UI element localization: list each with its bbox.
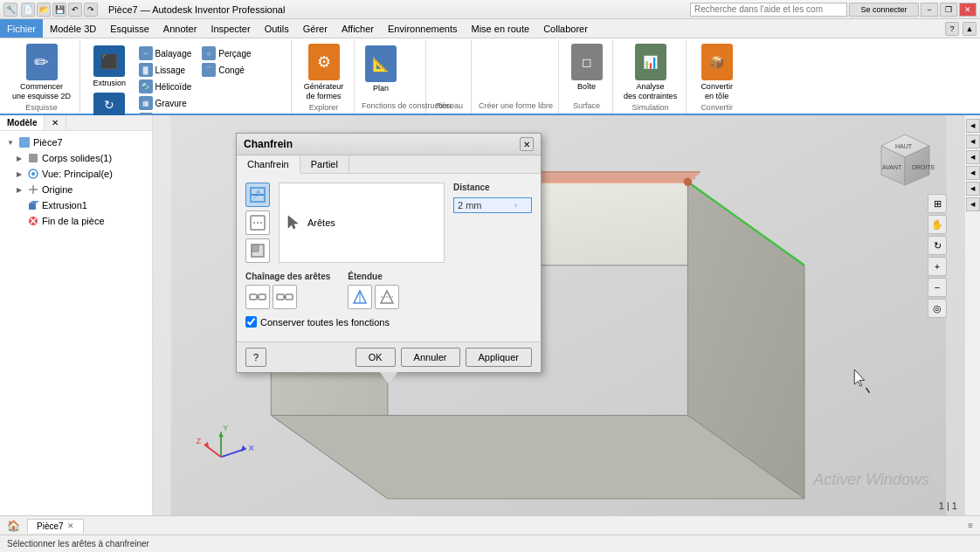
dialog-body: Arêtes Distance › [237,174,541,342]
search-input[interactable] [690,3,847,17]
sidebar-tab-close[interactable]: ✕ [45,115,66,130]
tree-expand-origine[interactable]: ▶ [14,184,24,195]
tree-expand-piece7[interactable]: ▼ [5,137,16,148]
generateur-label: Générateurde formes [304,82,344,101]
pan-btn[interactable]: ✋ [928,215,947,234]
menu-inspecter[interactable]: Inspecter [204,19,257,38]
tree-expand-vue[interactable]: ▶ [14,169,24,179]
sel-btn-faces[interactable] [245,238,270,263]
ribbon-btn-extrusion[interactable]: ⬛ Extrusion [90,44,130,89]
ribbon-btn-generateur[interactable]: ⚙ Générateurde formes [300,42,348,103]
apply-btn[interactable]: Appliquer [466,348,532,367]
dialog-title: Chanfrein [244,138,293,150]
chain-btn-2[interactable] [273,285,297,309]
ribbon-btn-analyse[interactable]: 📊 Analysedes contraintes [620,42,680,103]
tree-expand-extrusion[interactable] [14,200,24,210]
panel-btn-1[interactable]: ◀ [966,119,980,133]
sidebar-tab-modele[interactable]: Modèle [0,115,45,130]
sel-btn-aretes-active[interactable] [245,183,270,207]
ribbon-btn-commencer-esquisse[interactable]: ✏ Commencerune esquisse 2D [9,42,74,103]
boite-icon: ◻ [571,44,603,80]
menu-esquisse[interactable]: Esquisse [103,19,156,38]
ribbon-btn-percage[interactable]: ○Perçage [198,45,254,61]
extent-icon-1 [350,287,369,307]
ribbon-btn-boite[interactable]: ◻ Boîte [568,42,606,93]
viewport[interactable]: X Y Z [153,115,964,515]
dialog-action-buttons: OK Annuler Appliquer [355,348,532,367]
tree-item-piece7[interactable]: ▼ Pièce7 [3,135,148,150]
panel-btn-2[interactable]: ◀ [966,135,980,148]
menu-miseroute[interactable]: Mise en route [464,19,536,38]
panel-btn-3[interactable]: ◀ [966,150,980,164]
menu-gerer[interactable]: Gérer [296,19,335,38]
tree-expand-fin[interactable] [14,216,24,226]
restore-btn[interactable]: ❐ [940,3,957,17]
rotate-btn[interactable]: ↻ [928,236,947,255]
panel-btn-6[interactable]: ◀ [966,197,980,211]
new-file-btn[interactable]: 📄 [21,3,35,17]
view-cube[interactable]: HAUT AVANT DROITE [868,124,942,190]
zoom-out-btn[interactable]: − [928,278,947,297]
tree-item-fin-piece[interactable]: Fin de la pièce [3,213,148,229]
menu-outils[interactable]: Outils [258,19,296,38]
zoom-all-btn[interactable]: ⊞ [928,194,947,213]
aretes-selector[interactable]: Arêtes [285,214,335,231]
ext-btn-1[interactable] [348,285,372,309]
close-btn[interactable]: ✕ [959,3,977,17]
sel-btn-boucle[interactable] [245,210,270,235]
menu-collaborer[interactable]: Collaborer [536,19,595,38]
dialog-close-btn[interactable]: ✕ [520,137,534,151]
tree-item-corps-solides[interactable]: ▶ Corps solides(1) [3,150,148,166]
menu-afficher[interactable]: Afficher [335,19,381,38]
conserver-checkbox[interactable] [245,316,257,328]
expand-ribbon-btn[interactable]: ▲ [963,22,977,36]
look-at-btn[interactable]: ◎ [928,299,947,318]
zoom-in-btn[interactable]: + [928,257,947,276]
save-btn[interactable]: 💾 [52,3,66,17]
chain-btn-1[interactable] [245,285,270,309]
ribbon-btn-balayage[interactable]: ~Balayage [135,45,196,61]
dialog-tab-partiel[interactable]: Partiel [300,155,349,173]
tree-item-origine[interactable]: ▶ Origine [3,182,148,197]
boucle-icon [249,214,266,231]
menu-fichier[interactable]: Fichier [0,19,43,38]
panel-toggle[interactable]: ≡ [968,521,977,530]
ext-btn-2[interactable] [375,285,399,309]
svg-text:X: X [249,443,255,452]
plan-icon: 📐 [365,45,397,82]
ribbon-btn-helicoide[interactable]: 🔩Hélicoïde [135,79,196,94]
tree-expand-corps[interactable]: ▶ [14,153,24,163]
panel-btn-5[interactable]: ◀ [966,182,980,196]
help-btn-dialog[interactable]: ? [245,348,266,367]
ribbon-group-formelibre: Créer une forme libre [473,40,559,114]
bottom-tab-close[interactable]: ✕ [67,521,74,530]
ok-btn[interactable]: OK [355,348,396,367]
percage-icon: ○ [202,46,216,60]
menu-annoter[interactable]: Annoter [156,19,204,38]
user-connect-btn[interactable]: Se connecter [849,3,919,17]
distance-input[interactable] [458,200,514,210]
ribbon-btn-convertir[interactable]: 📦 Convertiren tôle [697,42,736,103]
help-btn[interactable]: ? [945,22,959,36]
helicoide-icon: 🔩 [139,79,153,93]
menu-environnements[interactable]: Environnements [381,19,465,38]
distance-input-container[interactable]: › [453,197,532,213]
dialog-title-bar[interactable]: Chanfrein ✕ [237,134,541,155]
tree-item-vue-principale[interactable]: ▶ Vue: Principal(e) [3,166,148,182]
redo-btn[interactable]: ↷ [84,3,98,17]
undo-btn[interactable]: ↶ [68,3,82,17]
menu-modele3d[interactable]: Modèle 3D [43,19,103,38]
ribbon-btn-plan[interactable]: 📐 Plan [362,44,400,94]
home-icon-btn[interactable]: 🏠 [3,520,24,532]
cancel-btn[interactable]: Annuler [401,348,460,367]
dialog-tab-chanfrein[interactable]: Chanfrein [237,155,300,174]
distance-arrow[interactable]: › [514,201,517,210]
bottom-tab-piece7[interactable]: Pièce7 ✕ [27,519,84,533]
tree-item-extrusion1[interactable]: Extrusion1 [3,197,148,213]
svg-point-22 [684,178,693,187]
ribbon-btn-conge[interactable]: ⌒Congé [198,62,254,78]
minimize-btn[interactable]: − [921,3,938,17]
ribbon-btn-lissage[interactable]: ▓Lissage [135,62,196,78]
panel-btn-4[interactable]: ◀ [966,166,980,180]
open-btn[interactable]: 📂 [37,3,51,17]
